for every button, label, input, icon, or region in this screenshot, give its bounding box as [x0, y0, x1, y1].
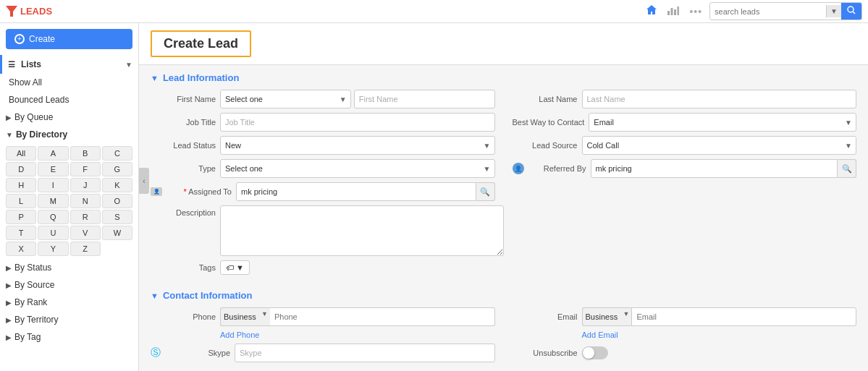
dir-m[interactable]: M — [38, 194, 68, 208]
email-type-select[interactable]: Business Personal — [582, 307, 621, 326]
dir-q[interactable]: Q — [38, 210, 68, 224]
lead-info-section-header[interactable]: ▼ Lead Information — [139, 65, 868, 88]
first-last-split: First Name Select one Mr. Ms. Dr. ▼ — [151, 90, 856, 108]
sidebar-item-bounced-leads[interactable]: Bounced Leads — [0, 91, 138, 108]
job-title-input[interactable] — [220, 113, 495, 132]
app-brand: LEADS — [6, 6, 52, 17]
dir-f[interactable]: F — [70, 162, 101, 176]
referred-by-label: Referred By — [528, 164, 586, 173]
dir-w[interactable]: W — [102, 226, 132, 240]
email-input[interactable] — [631, 307, 856, 326]
last-name-group: Last Name — [513, 90, 857, 108]
phone-input[interactable] — [270, 307, 495, 326]
referred-by-input-group: 🔍 — [591, 159, 857, 178]
caret-icon: ▶ — [6, 114, 12, 121]
sidebar-item-by-directory[interactable]: ▼ By Directory — [0, 126, 138, 143]
svg-line-6 — [853, 12, 855, 14]
directory-grid: All A B C D E F G H I J K L M N O P Q R … — [0, 143, 138, 259]
collapse-sidebar-button[interactable]: ‹ — [139, 168, 149, 194]
assigned-to-icon: 👤 — [151, 187, 162, 196]
top-nav: LEADS ••• ▼ — [0, 0, 868, 23]
section-chevron: ▼ — [151, 74, 159, 82]
dir-l[interactable]: L — [6, 194, 36, 208]
tags-button[interactable]: 🏷 ▼ — [220, 260, 250, 275]
phone-type-arrow-icon: ▼ — [259, 307, 270, 326]
contact-info-section-header[interactable]: ▼ Contact Information — [139, 283, 868, 305]
dir-p[interactable]: P — [6, 210, 36, 224]
dir-i[interactable]: I — [38, 178, 68, 192]
unsubscribe-group: Unsubscribe — [513, 344, 857, 362]
dir-d[interactable]: D — [6, 162, 36, 176]
dir-r[interactable]: R — [70, 210, 101, 224]
dir-n[interactable]: N — [70, 194, 101, 208]
dir-j[interactable]: J — [70, 178, 101, 192]
dir-all[interactable]: All — [6, 146, 36, 161]
sidebar-item-by-source[interactable]: ▶ By Source — [0, 276, 138, 294]
assigned-to-input[interactable] — [236, 182, 476, 201]
add-email-link[interactable]: Add Email — [582, 331, 618, 339]
dir-b[interactable]: B — [70, 146, 101, 161]
sidebar-item-by-territory[interactable]: ▶ By Territory — [0, 311, 138, 328]
unsubscribe-label: Unsubscribe — [513, 349, 578, 357]
phone-type-select[interactable]: Business Mobile Home — [220, 307, 259, 326]
first-last-name-row: First Name Select one Mr. Ms. Dr. ▼ — [139, 88, 868, 111]
home-button[interactable] — [643, 3, 660, 20]
contact-section-chevron: ▼ — [151, 291, 159, 300]
description-textarea[interactable] — [220, 205, 504, 256]
first-name-title-select[interactable]: Select one Mr. Ms. Dr. — [220, 90, 351, 108]
form-area: ▼ Lead Information First Name Select one… — [139, 65, 868, 371]
lead-status-label: Lead Status — [151, 141, 216, 150]
sidebar-section-lists[interactable]: ☰ Lists ▼ — [0, 55, 138, 74]
unsubscribe-toggle[interactable] — [582, 346, 608, 359]
create-button[interactable]: + Create — [6, 29, 132, 49]
sidebar-item-show-all[interactable]: Show All — [0, 74, 138, 91]
svg-rect-2 — [671, 8, 673, 15]
chart-button[interactable] — [665, 4, 682, 20]
search-input[interactable] — [710, 5, 826, 18]
dir-s[interactable]: S — [102, 210, 132, 224]
dir-y[interactable]: Y — [38, 242, 68, 256]
dir-k[interactable]: K — [102, 178, 132, 192]
assigned-to-search-button[interactable]: 🔍 — [476, 182, 495, 201]
dir-v[interactable]: V — [70, 226, 101, 240]
referred-by-search-button[interactable]: 🔍 — [838, 159, 856, 178]
type-select[interactable]: Select one — [220, 159, 495, 178]
dir-o[interactable]: O — [102, 194, 132, 208]
lead-source-label: Lead Source — [513, 141, 578, 150]
caret-territory: ▶ — [6, 316, 12, 324]
last-name-label: Last Name — [513, 95, 578, 103]
lead-source-select[interactable]: Cold Call Web Referral — [582, 136, 857, 155]
search-dropdown[interactable]: ▼ — [826, 5, 841, 17]
dir-e[interactable]: E — [38, 162, 68, 176]
skype-input[interactable] — [235, 344, 495, 362]
referred-by-input[interactable] — [591, 159, 838, 178]
skype-row: Ⓢ Skype Unsubscribe — [139, 341, 868, 364]
sidebar-item-by-queue[interactable]: ▶ By Queue — [0, 108, 138, 126]
last-name-input[interactable] — [582, 90, 857, 108]
add-phone-email-split: Add Phone Add Email — [151, 331, 856, 339]
dir-g[interactable]: G — [102, 162, 132, 176]
search-button[interactable] — [841, 3, 861, 20]
dir-h[interactable]: H — [6, 178, 36, 192]
more-button[interactable]: ••• — [686, 4, 705, 19]
dir-z[interactable]: Z — [70, 242, 101, 256]
create-label: Create — [29, 34, 55, 44]
sidebar-item-by-status[interactable]: ▶ By Status — [0, 259, 138, 276]
svg-rect-1 — [667, 11, 670, 15]
skype-icon: Ⓢ — [151, 346, 161, 359]
first-name-input[interactable] — [354, 90, 495, 108]
first-name-input-group: Select one Mr. Ms. Dr. ▼ — [220, 90, 495, 108]
dir-x[interactable]: X — [6, 242, 36, 256]
lead-status-select[interactable]: New In Progress Converted — [220, 136, 495, 155]
dir-a[interactable]: A — [38, 146, 68, 161]
best-way-select[interactable]: Email Phone — [589, 113, 856, 132]
sidebar-item-by-tag[interactable]: ▶ By Tag — [0, 328, 138, 346]
email-type-arrow-icon: ▼ — [621, 307, 632, 326]
phone-email-split: Phone Business Mobile Home ▼ — [151, 307, 856, 326]
sidebar-item-by-rank[interactable]: ▶ By Rank — [0, 294, 138, 311]
best-way-select-wrapper: Email Phone ▼ — [589, 113, 856, 132]
add-phone-link[interactable]: Add Phone — [220, 331, 259, 339]
dir-c[interactable]: C — [102, 146, 132, 161]
dir-u[interactable]: U — [38, 226, 68, 240]
dir-t[interactable]: T — [6, 226, 36, 240]
